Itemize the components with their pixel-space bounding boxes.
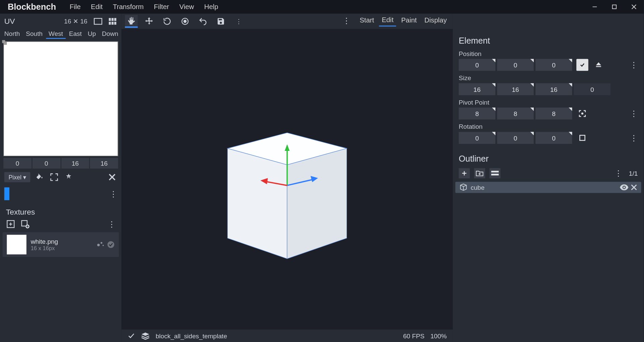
position-eject-icon[interactable] bbox=[592, 59, 604, 71]
visibility-icon[interactable] bbox=[620, 184, 628, 190]
expand-icon[interactable] bbox=[49, 172, 60, 182]
mode-display[interactable]: Display bbox=[422, 15, 449, 26]
import-texture-icon[interactable] bbox=[6, 219, 15, 229]
outliner-title: Outliner bbox=[453, 151, 644, 166]
viewport-3d[interactable] bbox=[122, 29, 453, 330]
element-panel-title: Element bbox=[453, 33, 644, 48]
uv-y2[interactable]: 16 bbox=[90, 158, 118, 169]
uv-canvas[interactable] bbox=[3, 41, 118, 156]
menu-view[interactable]: View bbox=[175, 1, 198, 12]
face-south[interactable]: South bbox=[23, 29, 45, 39]
menu-edit[interactable]: Edit bbox=[87, 1, 107, 12]
svg-rect-44 bbox=[491, 171, 499, 172]
outliner-toggle-icon[interactable] bbox=[489, 168, 500, 179]
size-y[interactable]: 16 bbox=[497, 83, 533, 95]
rotation-label: Rotation bbox=[453, 120, 644, 131]
window-minimize-button[interactable] bbox=[585, 0, 605, 14]
undo-icon[interactable] bbox=[197, 15, 209, 28]
create-texture-icon[interactable] bbox=[20, 219, 30, 229]
svg-point-23 bbox=[102, 245, 104, 246]
pivot-y[interactable]: 8 bbox=[497, 108, 533, 120]
textures-title: Textures bbox=[0, 202, 122, 219]
size-x[interactable]: 16 bbox=[459, 83, 495, 95]
svg-rect-10 bbox=[114, 22, 116, 25]
textures-more-icon[interactable]: ⋮ bbox=[108, 220, 116, 228]
pivot-tool-icon[interactable] bbox=[178, 15, 191, 28]
position-z[interactable]: 0 bbox=[535, 59, 572, 71]
save-icon[interactable] bbox=[214, 15, 227, 28]
texture-dimensions: 16 x 16px bbox=[31, 245, 58, 251]
color-swatch[interactable] bbox=[4, 187, 9, 200]
pan-tool-icon[interactable] bbox=[125, 15, 138, 28]
size-z[interactable]: 16 bbox=[535, 83, 572, 95]
uv-more-icon[interactable]: ⋮ bbox=[110, 190, 117, 197]
center-pivot-icon[interactable] bbox=[576, 108, 588, 120]
add-group-icon[interactable] bbox=[474, 168, 485, 179]
rotate-tool-icon[interactable] bbox=[161, 15, 173, 28]
right-panel: Element Position 0 0 0 ⋮ Size 16 16 16 0… bbox=[453, 14, 644, 342]
face-north[interactable]: North bbox=[2, 29, 22, 39]
mode-edit[interactable]: Edit bbox=[379, 14, 396, 26]
auto-uv-icon[interactable]: A bbox=[64, 172, 74, 182]
left-panel: UV 16 ✕ 16 North South West East Up Down… bbox=[0, 14, 122, 342]
uv-panel-title: UV bbox=[4, 17, 15, 26]
svg-text:A: A bbox=[68, 175, 70, 179]
menu-filter[interactable]: Filter bbox=[150, 1, 173, 12]
svg-rect-7 bbox=[114, 18, 116, 21]
status-bar: block_all_sides_template 60 FPS 100% bbox=[122, 330, 453, 342]
position-more-icon[interactable]: ⋮ bbox=[630, 61, 638, 69]
menu-help[interactable]: Help bbox=[200, 1, 222, 12]
position-lock-icon[interactable] bbox=[576, 59, 588, 71]
rotation-y[interactable]: 0 bbox=[497, 132, 533, 144]
pivot-x[interactable]: 8 bbox=[459, 108, 495, 120]
svg-point-38 bbox=[582, 113, 583, 114]
status-layers-icon[interactable] bbox=[141, 332, 149, 340]
menu-transform[interactable]: Transform bbox=[109, 1, 148, 12]
rotation-z[interactable]: 0 bbox=[535, 132, 572, 144]
face-down[interactable]: Down bbox=[99, 29, 121, 39]
mode-more-icon[interactable]: ⋮ bbox=[340, 15, 353, 26]
outliner-more-icon[interactable]: ⋮ bbox=[615, 169, 622, 177]
uv-y1[interactable]: 0 bbox=[32, 158, 60, 169]
cube-preview bbox=[122, 29, 453, 330]
status-zoom: 100% bbox=[430, 332, 447, 340]
face-west[interactable]: West bbox=[46, 29, 65, 39]
position-y[interactable]: 0 bbox=[497, 59, 533, 71]
rotation-toggle-icon[interactable] bbox=[576, 132, 588, 144]
clear-uv-icon[interactable] bbox=[107, 172, 118, 182]
uv-x1[interactable]: 0 bbox=[3, 158, 31, 169]
app-brand: Blockbench bbox=[8, 2, 56, 12]
uv-snap-dropdown[interactable]: Pixel▾ bbox=[4, 172, 30, 182]
particle-icon[interactable] bbox=[97, 241, 104, 248]
window-maximize-button[interactable] bbox=[604, 0, 624, 14]
mode-start[interactable]: Start bbox=[357, 15, 376, 26]
move-tool-icon[interactable] bbox=[143, 15, 155, 28]
menu-file[interactable]: File bbox=[65, 1, 85, 12]
size-inflate[interactable]: 0 bbox=[574, 83, 610, 95]
pivot-z[interactable]: 8 bbox=[535, 108, 572, 120]
position-x[interactable]: 0 bbox=[459, 59, 495, 71]
remove-icon[interactable] bbox=[631, 184, 637, 190]
paint-bucket-icon[interactable] bbox=[35, 172, 45, 182]
add-cube-icon[interactable] bbox=[459, 168, 470, 179]
rotation-more-icon[interactable]: ⋮ bbox=[630, 134, 638, 142]
svg-point-25 bbox=[184, 20, 186, 22]
outliner-item[interactable]: cube bbox=[455, 182, 641, 193]
svg-rect-1 bbox=[613, 5, 616, 9]
window-close-button[interactable] bbox=[624, 0, 644, 14]
face-east[interactable]: East bbox=[66, 29, 84, 39]
face-up[interactable]: Up bbox=[85, 29, 98, 39]
mode-paint[interactable]: Paint bbox=[399, 15, 419, 26]
svg-rect-45 bbox=[491, 174, 499, 175]
pivot-more-icon[interactable]: ⋮ bbox=[630, 110, 638, 117]
rotation-x[interactable]: 0 bbox=[459, 132, 495, 144]
position-label: Position bbox=[453, 47, 644, 58]
toolbar-more-icon[interactable]: ⋮ bbox=[232, 15, 245, 28]
svg-rect-4 bbox=[94, 18, 102, 24]
uv-fullscreen-icon[interactable] bbox=[93, 17, 103, 25]
uv-x2[interactable]: 16 bbox=[61, 158, 89, 169]
uv-grid-icon[interactable] bbox=[108, 17, 117, 25]
texture-saved-icon bbox=[107, 241, 115, 248]
texture-item[interactable]: white.png 16 x 16px bbox=[3, 232, 119, 257]
size-label: Size bbox=[453, 72, 644, 82]
